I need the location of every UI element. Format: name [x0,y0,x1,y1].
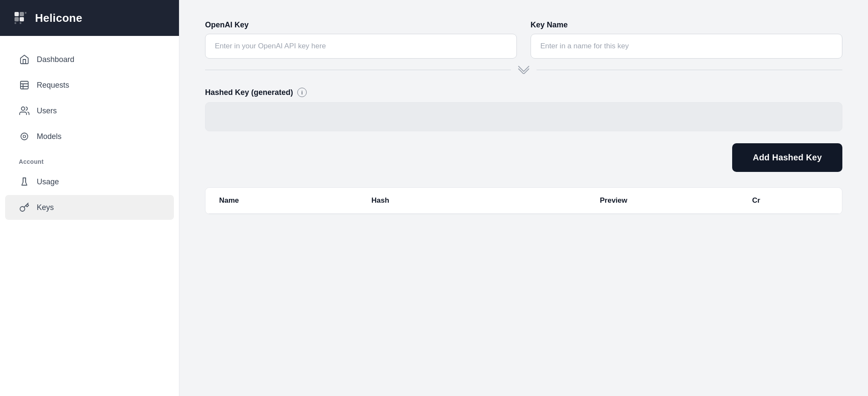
sidebar-item-keys-label: Keys [37,203,54,212]
svg-rect-6 [15,22,16,24]
svg-rect-8 [21,81,28,89]
key-form-row: OpenAI Key Key Name [205,21,842,59]
openai-key-label: OpenAI Key [205,21,517,30]
svg-rect-1 [15,12,19,16]
users-icon [19,105,30,116]
svg-rect-4 [15,17,19,21]
divider-line-right [537,70,842,70]
add-hashed-key-button[interactable]: Add Hashed Key [732,143,842,172]
openai-key-group: OpenAI Key [205,21,517,59]
home-icon [19,54,30,65]
key-name-group: Key Name [531,21,842,59]
key-icon [19,202,30,213]
svg-point-14 [21,133,28,140]
divider-line-left [205,70,511,70]
sidebar-item-usage[interactable]: Usage [5,169,174,194]
svg-rect-2 [20,12,24,16]
main-content: OpenAI Key Key Name Hashed Key (genera [179,0,868,396]
table-col-hash: Hash [372,196,600,205]
chevron-down-icon [511,65,537,74]
form-section: OpenAI Key Key Name Hashed Key (genera [205,21,842,214]
helicone-logo-icon [12,9,29,27]
sidebar-item-models-label: Models [37,132,62,141]
divider-row [205,65,842,74]
sidebar-item-requests[interactable]: Requests [5,73,174,98]
sidebar-item-users[interactable]: Users [5,98,174,123]
info-icon[interactable]: i [297,88,307,97]
key-name-label: Key Name [531,21,842,30]
svg-rect-7 [20,22,21,24]
flask-icon [19,176,30,187]
sidebar-item-dashboard-label: Dashboard [37,55,74,64]
hashed-label-row: Hashed Key (generated) i [205,88,842,97]
logo-area[interactable]: Helicone [0,0,179,36]
hashed-key-input [205,102,842,131]
svg-rect-3 [25,12,26,14]
account-section-label: Account [0,150,179,168]
hashed-key-label: Hashed Key (generated) [205,88,293,97]
table-col-preview: Preview [600,196,752,205]
table-icon [19,80,30,91]
openai-key-input[interactable] [205,34,517,59]
svg-rect-5 [20,17,24,21]
sidebar-item-models[interactable]: Models [5,124,174,149]
sidebar-item-dashboard[interactable]: Dashboard [5,47,174,72]
sidebar-nav: Dashboard Requests [0,36,179,396]
key-name-input[interactable] [531,34,842,59]
sidebar: Helicone Dashboard Req [0,0,179,396]
action-row: Add Hashed Key [205,143,842,172]
table-col-name: Name [219,196,372,205]
hashed-key-section: Hashed Key (generated) i [205,88,842,131]
logo-text: Helicone [35,12,82,25]
models-icon [19,131,30,142]
sidebar-item-usage-label: Usage [37,177,59,186]
table-header: Name Hash Preview Cr [205,188,842,214]
table-col-cr: Cr [752,196,828,205]
svg-point-13 [23,135,26,138]
sidebar-item-users-label: Users [37,106,57,115]
sidebar-item-requests-label: Requests [37,81,69,90]
sidebar-item-keys[interactable]: Keys [5,195,174,220]
svg-point-12 [21,107,25,110]
keys-table: Name Hash Preview Cr [205,187,842,214]
